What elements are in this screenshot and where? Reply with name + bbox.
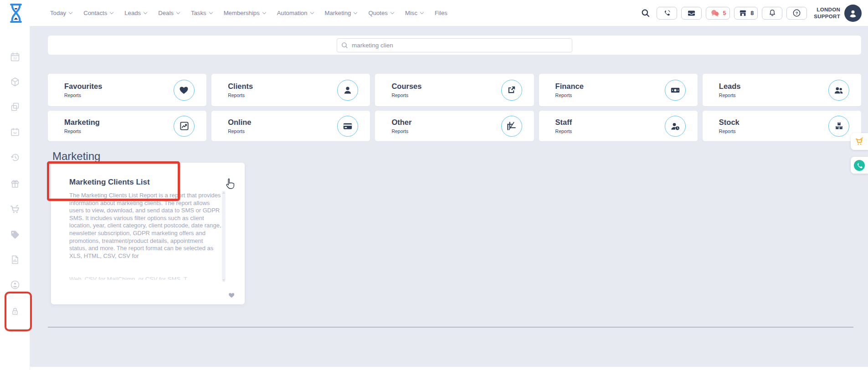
bottom-strip <box>0 367 868 370</box>
category-staff[interactable]: StaffReports <box>539 111 698 141</box>
category-subtitle: Reports <box>719 128 740 134</box>
report-categories: FavouritesReports ClientsReports Courses… <box>48 74 861 141</box>
category-subtitle: Reports <box>555 128 572 134</box>
category-subtitle: Reports <box>555 92 584 98</box>
category-marketing[interactable]: MarketingReports <box>48 111 206 141</box>
category-courses[interactable]: CoursesReports <box>375 74 534 106</box>
phone-icon <box>663 9 672 18</box>
package-icon[interactable] <box>10 77 21 87</box>
report-icon[interactable] <box>10 254 21 265</box>
chevron-down-icon <box>209 10 212 14</box>
nav-label: Tasks <box>191 10 206 16</box>
category-title: Leads <box>719 82 741 91</box>
nav-misc[interactable]: Misc <box>405 10 423 16</box>
category-title: Online <box>228 118 251 127</box>
category-subtitle: Reports <box>228 92 253 98</box>
chart-icon <box>174 116 195 137</box>
nav-quotes[interactable]: Quotes <box>368 10 394 16</box>
search-icon[interactable] <box>641 8 651 18</box>
annotation-box-report-title <box>47 161 180 201</box>
category-leads[interactable]: LeadsReports <box>703 74 861 106</box>
copy-icon[interactable] <box>10 102 21 113</box>
chevron-down-icon <box>390 10 394 14</box>
chevron-down-icon <box>420 10 424 14</box>
category-title: Courses <box>391 82 421 91</box>
history-icon[interactable] <box>10 152 21 163</box>
floating-actions <box>851 133 868 174</box>
category-title: Marketing <box>64 118 100 127</box>
category-subtitle: Reports <box>228 128 251 134</box>
category-other[interactable]: OtherReports <box>375 111 534 141</box>
user-name: LONDON SUPPORT <box>814 6 840 20</box>
nav-label: Leads <box>124 10 141 16</box>
floating-cart-button[interactable] <box>851 133 868 150</box>
nav-label: Today <box>50 10 66 16</box>
nav-files[interactable]: Files <box>435 10 447 16</box>
category-favourites[interactable]: FavouritesReports <box>48 74 206 106</box>
report-description-clipped: Web, CSV for MailChimp, or CSV for SMS. … <box>69 276 221 280</box>
nav-memberships[interactable]: Memberships <box>224 10 266 16</box>
app-logo-icon[interactable] <box>5 2 26 24</box>
banknote-icon <box>665 80 686 101</box>
gift-icon[interactable] <box>10 178 21 189</box>
report-description: The Marketing Clients List Report is a r… <box>69 192 221 276</box>
nav-leads[interactable]: Leads <box>124 10 147 16</box>
section-divider <box>48 327 853 328</box>
phone-button[interactable] <box>657 7 677 20</box>
category-clients[interactable]: ClientsReports <box>211 74 370 106</box>
chat-badge: 5 <box>723 10 726 16</box>
report-search-input[interactable] <box>337 38 572 52</box>
nav-label: Misc <box>405 10 417 16</box>
chevron-down-icon <box>262 10 266 14</box>
nav-label: Deals <box>158 10 174 16</box>
category-subtitle: Reports <box>719 92 741 98</box>
category-title: Clients <box>228 82 253 91</box>
category-finance[interactable]: FinanceReports <box>539 74 698 106</box>
bell-icon <box>768 8 777 18</box>
people-icon <box>828 80 849 101</box>
search-input-icon <box>341 41 349 49</box>
main-nav: Today Contacts Leads Deals Tasks Members… <box>50 10 447 16</box>
cursor-pointer <box>224 178 235 190</box>
account-lock-icon[interactable] <box>10 279 21 290</box>
category-title: Favourites <box>64 82 102 91</box>
notifications-button[interactable] <box>762 7 782 20</box>
store-button[interactable]: 8 <box>734 7 758 20</box>
calendar-icon[interactable]: 12 <box>10 51 21 62</box>
chat-icon <box>710 9 720 18</box>
calendar-event-icon[interactable] <box>10 127 21 138</box>
nav-contacts[interactable]: Contacts <box>83 10 113 16</box>
category-subtitle: Reports <box>64 128 100 134</box>
chevron-down-icon <box>176 10 180 14</box>
category-title: Other <box>391 118 411 127</box>
nav-deals[interactable]: Deals <box>158 10 180 16</box>
category-online[interactable]: OnlineReports <box>211 111 370 141</box>
chevron-down-icon <box>310 10 313 14</box>
cart-icon[interactable] <box>10 204 21 215</box>
chevron-down-icon <box>110 10 113 14</box>
section-title: Marketing <box>52 150 100 163</box>
chat-button[interactable]: 5 <box>706 7 730 20</box>
nav-label: Quotes <box>368 10 388 16</box>
person-clock-icon <box>665 116 686 137</box>
nav-marketing[interactable]: Marketing <box>325 10 357 16</box>
avatar[interactable] <box>844 5 862 22</box>
favourite-heart-icon[interactable] <box>228 292 236 299</box>
category-subtitle: Reports <box>391 92 421 98</box>
nav-tasks[interactable]: Tasks <box>191 10 212 16</box>
category-subtitle: Reports <box>391 128 411 134</box>
nav-today[interactable]: Today <box>50 10 72 16</box>
annotation-box-sidebar-lock <box>5 292 32 331</box>
help-button[interactable]: ? <box>786 7 807 20</box>
category-stock[interactable]: StockReports <box>703 111 861 141</box>
description-scrollbar[interactable] <box>222 191 226 282</box>
boxes-icon <box>828 116 849 137</box>
nav-automation[interactable]: Automation <box>277 10 313 16</box>
nav-label: Memberships <box>224 10 260 16</box>
category-subtitle: Reports <box>64 92 102 98</box>
svg-text:?: ? <box>796 11 798 15</box>
search-bar <box>48 36 861 55</box>
voucher-icon[interactable] <box>10 229 21 240</box>
inbox-button[interactable] <box>681 7 702 20</box>
floating-phone-button[interactable] <box>851 157 868 174</box>
